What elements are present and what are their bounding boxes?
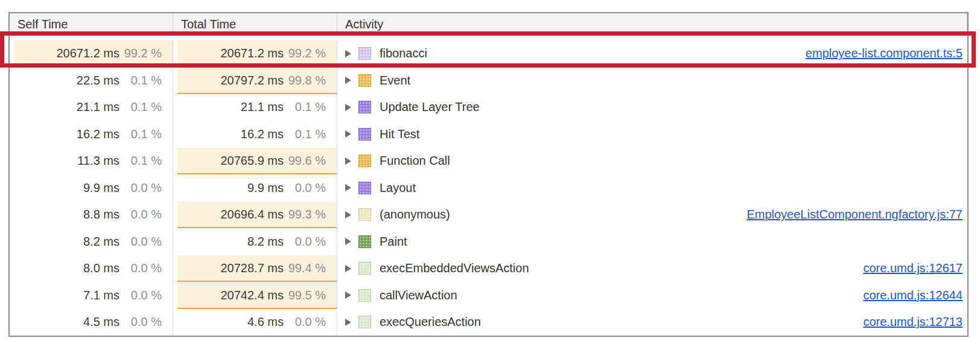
- expand-arrow-icon[interactable]: [345, 184, 351, 191]
- self-time-value: 8.2 ms: [83, 235, 119, 249]
- self-time-value: 8.8 ms: [83, 208, 119, 222]
- expand-arrow-icon[interactable]: [345, 77, 351, 84]
- activity-cell[interactable]: (anonymous) EmployeeListComponent.ngfact…: [337, 202, 967, 229]
- expand-arrow-icon[interactable]: [345, 292, 351, 299]
- total-time-value: 16.2 ms: [241, 127, 284, 141]
- total-time-cell[interactable]: 20742.4 ms 99.5 %: [173, 282, 337, 309]
- source-location-link[interactable]: core.umd.js:12644: [863, 289, 962, 302]
- activity-label: Hit Test: [380, 127, 419, 141]
- activity-label: Update Layer Tree: [380, 100, 480, 114]
- rendering-purple-swatch: [358, 128, 371, 141]
- total-time-percent: 0.0 %: [284, 181, 326, 195]
- scripting-amber-swatch: [358, 155, 371, 167]
- self-time-percent: 99.2 %: [119, 46, 162, 60]
- total-time-value: 8.2 ms: [247, 235, 284, 249]
- total-time-cell[interactable]: 21.1 ms 0.1 %: [173, 94, 337, 121]
- scripting-amber-swatch: [358, 74, 371, 87]
- self-time-percent: 0.0 %: [119, 261, 162, 275]
- activity-cell[interactable]: Hit Test: [337, 121, 967, 148]
- total-time-cell[interactable]: 20728.7 ms 99.4 %: [173, 255, 337, 282]
- script-light-green-swatch: [358, 316, 371, 328]
- column-header-self-time[interactable]: Self Time: [10, 13, 173, 35]
- self-time-value: 4.5 ms: [83, 315, 119, 329]
- total-time-value: 20728.7 ms: [220, 261, 284, 275]
- self-time-percent: 0.0 %: [119, 181, 162, 195]
- self-time-percent: 0.0 %: [119, 289, 162, 302]
- total-time-percent: 0.1 %: [284, 100, 326, 114]
- total-time-cell[interactable]: 4.6 ms 0.0 %: [173, 309, 337, 336]
- script-light-green-swatch: [358, 289, 371, 302]
- expand-arrow-icon[interactable]: [345, 265, 351, 272]
- self-time-cell[interactable]: 4.5 ms 0.0 %: [10, 309, 173, 336]
- total-time-cell[interactable]: 20671.2 ms 99.2 %: [173, 40, 337, 68]
- activity-cell[interactable]: execEmbeddedViewsAction core.umd.js:1261…: [337, 255, 967, 282]
- expand-arrow-icon[interactable]: [345, 130, 351, 138]
- activity-cell[interactable]: Layout: [337, 174, 967, 202]
- total-time-percent: 0.1 %: [284, 127, 326, 141]
- total-time-percent: 99.6 %: [284, 154, 326, 168]
- call-tree-table: Self Time Total Time Activity 20671.2 ms…: [8, 12, 969, 337]
- rendering-purple-swatch: [358, 182, 371, 194]
- self-time-cell[interactable]: 8.0 ms 0.0 %: [10, 255, 173, 282]
- self-time-cell[interactable]: 20671.2 ms 99.2 %: [10, 40, 173, 68]
- column-header-total-time[interactable]: Total Time: [173, 13, 337, 35]
- source-location-link[interactable]: core.umd.js:12617: [863, 261, 962, 275]
- activity-cell[interactable]: execQueriesAction core.umd.js:12713: [337, 309, 967, 336]
- activity-label: callViewAction: [380, 289, 457, 302]
- self-time-cell[interactable]: 21.1 ms 0.1 %: [10, 94, 173, 121]
- self-time-value: 8.0 ms: [83, 261, 119, 275]
- total-time-percent: 0.0 %: [284, 315, 326, 329]
- total-time-percent: 99.8 %: [284, 74, 326, 88]
- expand-arrow-icon[interactable]: [345, 104, 351, 111]
- expand-arrow-icon[interactable]: [345, 158, 351, 165]
- rendering-purple-swatch: [358, 101, 371, 113]
- activity-cell[interactable]: Function Call: [337, 148, 967, 175]
- expand-arrow-icon[interactable]: [345, 50, 351, 57]
- activity-cell[interactable]: Update Layer Tree: [337, 94, 967, 121]
- self-time-cell[interactable]: 7.1 ms 0.0 %: [10, 282, 173, 309]
- total-time-value: 9.9 ms: [247, 181, 284, 195]
- total-time-cell[interactable]: 20696.4 ms 99.3 %: [173, 202, 337, 229]
- expand-arrow-icon[interactable]: [345, 319, 351, 326]
- self-time-cell[interactable]: 8.8 ms 0.0 %: [10, 202, 173, 229]
- self-time-cell[interactable]: 22.5 ms 0.1 %: [10, 67, 173, 94]
- source-location-link[interactable]: core.umd.js:12713: [863, 315, 962, 329]
- scripting-purple-swatch: [358, 47, 371, 60]
- self-time-percent: 0.0 %: [119, 235, 162, 249]
- self-time-cell[interactable]: 8.2 ms 0.0 %: [10, 228, 173, 255]
- expand-arrow-icon[interactable]: [345, 238, 351, 245]
- self-time-cell[interactable]: 11.3 ms 0.1 %: [10, 148, 173, 175]
- self-time-cell[interactable]: 9.9 ms 0.0 %: [10, 174, 173, 202]
- painting-green-swatch: [358, 235, 371, 248]
- total-time-cell[interactable]: 9.9 ms 0.0 %: [173, 174, 337, 202]
- source-location-link[interactable]: EmployeeListComponent.ngfactory.js:77: [746, 208, 962, 222]
- self-time-value: 20671.2 ms: [56, 46, 119, 60]
- activity-cell[interactable]: callViewAction core.umd.js:12644: [337, 282, 967, 309]
- script-beige-swatch: [358, 208, 371, 221]
- activity-label: Layout: [380, 181, 416, 195]
- column-header-activity[interactable]: Activity: [337, 13, 967, 35]
- activity-label: Function Call: [380, 154, 450, 168]
- total-time-value: 20742.4 ms: [220, 289, 284, 302]
- source-location-link[interactable]: employee-list.component.ts:5: [806, 46, 962, 60]
- total-time-percent: 99.3 %: [284, 208, 326, 222]
- activity-label: execEmbeddedViewsAction: [380, 261, 529, 275]
- self-time-percent: 0.0 %: [119, 208, 162, 222]
- script-light-green-swatch: [358, 262, 371, 275]
- activity-label: Event: [380, 74, 410, 88]
- total-time-cell[interactable]: 8.2 ms 0.0 %: [173, 228, 337, 255]
- total-time-percent: 99.2 %: [284, 46, 326, 60]
- total-time-cell[interactable]: 20765.9 ms 99.6 %: [173, 148, 337, 175]
- activity-cell[interactable]: Paint: [337, 228, 967, 255]
- total-time-cell[interactable]: 20797.2 ms 99.8 %: [173, 67, 337, 94]
- total-time-cell[interactable]: 16.2 ms 0.1 %: [173, 121, 337, 148]
- self-time-cell[interactable]: 16.2 ms 0.1 %: [10, 121, 173, 148]
- self-time-value: 7.1 ms: [83, 289, 119, 302]
- activity-label: execQueriesAction: [380, 315, 481, 329]
- self-time-value: 11.3 ms: [77, 154, 119, 168]
- self-time-percent: 0.1 %: [119, 154, 162, 168]
- expand-arrow-icon[interactable]: [345, 211, 351, 218]
- activity-cell[interactable]: Event: [337, 67, 967, 94]
- activity-cell[interactable]: fibonacci employee-list.component.ts:5: [337, 40, 967, 68]
- self-time-percent: 0.1 %: [119, 74, 162, 88]
